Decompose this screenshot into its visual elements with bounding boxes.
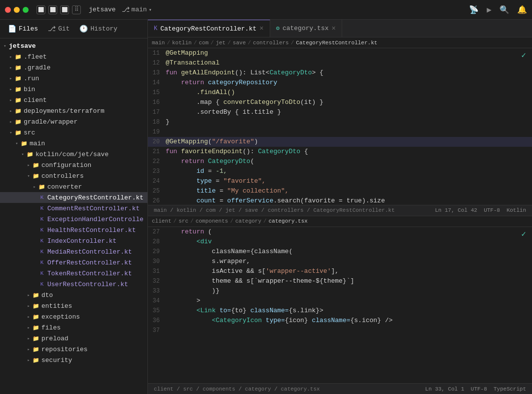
tree-item-deployments[interactable]: 📁 deployments/terraform (0, 105, 147, 116)
fleet-label: .fleet (24, 53, 47, 61)
client-folder-icon: 📁 (15, 97, 22, 103)
tree-item-gradle-wrapper[interactable]: 📁 gradle/wrapper (0, 116, 147, 127)
code-line-23: 23 id = -1, (148, 166, 532, 176)
kt-position-status: Ln 17, Col 42 UTF-8 Kotlin (435, 207, 526, 213)
tree-item-token[interactable]: K TokenRestController.kt (0, 268, 147, 279)
sidebar-toggle-icon[interactable]: ⬜ (36, 5, 45, 14)
kt-icon-offer: K (38, 259, 45, 266)
code-line-25: 25 title = "My collection", (148, 186, 532, 196)
tree-item-main[interactable]: 📁 main (0, 138, 147, 149)
sidebar-tab-git[interactable]: ⎇ Git (44, 23, 73, 35)
code-line-18: 18} (148, 117, 532, 127)
tree-item-files[interactable]: 📁 files (0, 322, 147, 333)
bin-folder-icon: 📁 (15, 86, 22, 93)
layout-icon[interactable]: ⬜ (48, 5, 57, 14)
panel-icon[interactable]: ⬜ (60, 5, 69, 14)
git-icon: ⎇ (48, 25, 56, 33)
file-tree: jetsave 📁 .fleet 📁 .gradle 📁 .run (0, 38, 147, 394)
kt-tab-close-icon[interactable]: × (259, 25, 263, 32)
tree-item-comment-rest[interactable]: K CommentRestController.kt (0, 203, 147, 214)
preload-arrow-icon (26, 335, 32, 341)
tree-item-repositories[interactable]: 📁 repositories (0, 344, 147, 355)
window-controls: ⬜ ⬜ ⬜ ⠿ (36, 5, 81, 14)
tsx-breadcrumb: client / src / components / category / c… (148, 216, 532, 227)
tree-item-exceptions[interactable]: 📁 exceptions (0, 311, 147, 322)
tree-item-client[interactable]: 📁 client (0, 95, 147, 105)
tree-item-index[interactable]: K IndexController.kt (0, 235, 147, 246)
files-arrow-icon (26, 325, 32, 330)
controllers-folder-icon: 📁 (33, 172, 39, 179)
grid-icon[interactable]: ⠿ (72, 5, 81, 14)
tree-item-user[interactable]: K UserRestController.kt (0, 279, 147, 290)
tree-item-security[interactable]: 📁 security (0, 355, 147, 365)
converter-arrow-icon (32, 184, 37, 190)
tree-item-health[interactable]: K HealthRestController.kt (0, 225, 147, 235)
kt-breadcrumb-kotlin: kotlin (172, 40, 192, 46)
tree-item-dto[interactable]: 📁 dto (0, 290, 147, 300)
tsx-tab-close-icon[interactable]: × (332, 25, 336, 32)
minimize-button[interactable] (14, 7, 20, 13)
code-line-11: 11@GetMapping (148, 48, 532, 58)
branch-name: main (132, 6, 147, 13)
broadcast-icon[interactable]: 📡 (469, 5, 479, 15)
gradle-wrapper-label: gradle/wrapper (24, 118, 77, 126)
tree-item-entities[interactable]: 📁 entities (0, 300, 147, 311)
run-icon[interactable]: ▶ (487, 5, 492, 15)
tree-item-kotlin[interactable]: 📁 kotlin/com/jet/save (0, 149, 147, 160)
branch-selector[interactable]: ⎇ main ▾ (122, 5, 152, 14)
tree-item-category-rest[interactable]: K CategoryRestController.kt (0, 192, 147, 203)
client-arrow-icon (8, 97, 14, 103)
tsx-line-27: 27 return ( (148, 227, 532, 237)
tree-item-exception[interactable]: K ExceptionHandlerControlle (0, 214, 147, 225)
tree-item-fleet[interactable]: 📁 .fleet (0, 51, 147, 62)
tree-item-configuration[interactable]: 📁 configuration (0, 160, 147, 170)
code-line-16: 16 .map { convertCategoryToDto(it) } (148, 98, 532, 107)
exception-label: ExceptionHandlerControlle (47, 216, 143, 223)
bin-arrow-icon (8, 86, 14, 92)
code-line-15: 15 .findAll() (148, 88, 532, 98)
kt-icon-category: K (38, 194, 45, 201)
sidebar-tab-history[interactable]: 🕐 History (75, 23, 121, 35)
tsx-line-35: 35 <Link to={to} className={s.link}> (148, 306, 532, 316)
tree-item-converter[interactable]: 📁 converter (0, 181, 147, 192)
tsx-status-bar: client / src / components / category / c… (148, 383, 532, 394)
exceptions-arrow-icon (26, 314, 32, 320)
kt-icon-exception: K (38, 216, 45, 223)
tree-item-media[interactable]: K MediaRestController.kt (0, 246, 147, 257)
tree-root[interactable]: jetsave (0, 40, 147, 51)
tree-item-controllers[interactable]: 📁 controllers (0, 170, 147, 181)
tree-item-src[interactable]: 📁 src (0, 127, 147, 138)
kt-tab-icon: K (154, 25, 157, 32)
sidebar-tab-files[interactable]: 📄 Files (4, 23, 42, 35)
token-label: TokenRestController.kt (47, 270, 132, 277)
fleet-arrow-icon (8, 54, 14, 60)
kt-status-bar: main / kotlin / com / jet / save / contr… (148, 205, 532, 216)
kt-icon-media: K (38, 248, 45, 255)
tree-item-offer[interactable]: K OfferRestController.kt (0, 257, 147, 268)
kotlin-label: kotlin/com/jet/save (35, 151, 108, 158)
close-button[interactable] (5, 7, 11, 13)
code-line-12: 12@Transactional (148, 58, 532, 68)
entities-label: entities (41, 302, 72, 310)
search-icon[interactable]: 🔍 (499, 5, 509, 15)
notification-icon[interactable]: 🔔 (517, 5, 527, 15)
kt-icon-user: K (38, 281, 45, 288)
security-arrow-icon (26, 357, 32, 363)
src-arrow-icon (8, 130, 14, 135)
tree-item-preload[interactable]: 📁 preload (0, 333, 147, 344)
tree-item-run[interactable]: 📁 .run (0, 73, 147, 84)
code-line-22: 22 return CategoryDto( (148, 157, 532, 166)
editor-tab-tsx[interactable]: ⚙ category.tsx × (270, 20, 342, 37)
editor-tab-kt[interactable]: K CategoryRestController.kt × (148, 20, 270, 37)
index-label: IndexController.kt (47, 237, 116, 245)
tree-item-bin[interactable]: 📁 bin (0, 84, 147, 95)
code-line-17: 17 .sortedBy { it.title } (148, 107, 532, 117)
files-icon: 📄 (8, 25, 16, 33)
tree-item-gradle[interactable]: 📁 .gradle (0, 62, 147, 73)
configuration-label: configuration (41, 162, 91, 169)
kt-breadcrumb-file: CategoryRestController.kt (296, 40, 377, 46)
kt-icon-token: K (38, 270, 45, 277)
maximize-button[interactable] (23, 7, 29, 13)
category-rest-label: CategoryRestController.kt (47, 194, 143, 201)
tsx-line-30: 30 s.wrapper, (148, 257, 532, 266)
